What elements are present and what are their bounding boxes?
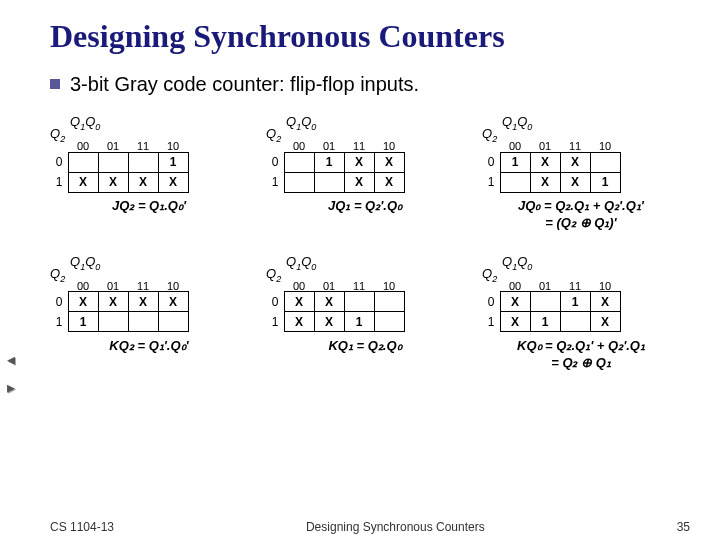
kmap-col-header: 10 (590, 276, 620, 292)
kmap-cell (374, 311, 405, 332)
kmap-grid: Q1Q0Q200011110011XXXXJQ₂ = Q₁.Q₀'Q1Q0Q20… (50, 114, 680, 372)
kmap-block: Q1Q0Q2000111100XXXX11KQ₂ = Q₁'.Q₀' (50, 254, 248, 372)
kmap-col-header: 01 (98, 276, 128, 292)
kmap-cell: X (530, 152, 561, 173)
kmap-cell (68, 152, 99, 173)
kmap-row-header: 1 (266, 312, 284, 332)
kmap-row-header: 0 (266, 292, 284, 312)
kmap-cell: X (374, 172, 405, 193)
kmap-cell: X (344, 152, 375, 173)
kmap-row-header: 1 (266, 172, 284, 192)
kmap-col-header: 01 (314, 276, 344, 292)
kmap-caption: JQ₂ = Q₁.Q₀' (50, 198, 248, 215)
kmap-cell (560, 311, 591, 332)
kmap-cell: X (344, 172, 375, 193)
kmap-cell (284, 172, 315, 193)
kmap-col-header: 10 (158, 276, 188, 292)
kmap-cell: X (590, 311, 621, 332)
kmap-table: 000111100XXXX11 (50, 276, 248, 332)
kmap-cell (344, 291, 375, 312)
kmap-cell: X (314, 311, 345, 332)
kmap-col-header: 01 (98, 136, 128, 152)
kmap-row-var: Q2 (50, 266, 65, 284)
kmap-cell: X (530, 172, 561, 193)
kmap-col-header: 11 (560, 276, 590, 292)
kmap-cell: X (68, 291, 99, 312)
next-arrow-icon[interactable]: ▸ (2, 378, 20, 396)
kmap-table: 0001111001XX1XX1 (482, 136, 680, 192)
kmap-col-var: Q1Q0 (70, 114, 100, 132)
kmap-cell: X (314, 291, 345, 312)
kmap-cell (98, 311, 129, 332)
kmap-cell: 1 (68, 311, 99, 332)
kmap-row-var: Q2 (482, 126, 497, 144)
footer-left: CS 1104-13 (50, 520, 114, 534)
kmap-cell: X (560, 172, 591, 193)
kmap-caption: JQ₁ = Q₂'.Q₀ (266, 198, 464, 215)
kmap-cell (314, 172, 345, 193)
kmap-col-header: 00 (500, 276, 530, 292)
prev-arrow-icon[interactable]: ◂ (2, 350, 20, 368)
kmap-block: Q1Q0Q2000111100XX1XX1KQ₁ = Q₂.Q₀ (266, 254, 464, 372)
kmap-cell: X (128, 172, 159, 193)
slide-title: Designing Synchronous Counters (50, 18, 690, 55)
kmap-cell: X (500, 291, 531, 312)
kmap-cell: X (590, 291, 621, 312)
kmap-col-var: Q1Q0 (502, 114, 532, 132)
kmap-col-header: 00 (68, 136, 98, 152)
kmap-block: Q1Q0Q2000111100X1X1X1XKQ₀ = Q₂.Q₁' + Q₂'… (482, 254, 680, 372)
kmap-cell (128, 152, 159, 173)
footer-page-number: 35 (677, 520, 690, 534)
kmap-cell (500, 172, 531, 193)
kmap-cell (590, 152, 621, 173)
kmap-col-header: 01 (314, 136, 344, 152)
kmap-cell: X (500, 311, 531, 332)
kmap-col-header: 00 (284, 276, 314, 292)
kmap-row-var: Q2 (266, 126, 281, 144)
kmap-row-var: Q2 (50, 126, 65, 144)
kmap-cell: X (98, 172, 129, 193)
kmap-table: 000111100XX1XX1 (266, 276, 464, 332)
kmap-cell (98, 152, 129, 173)
kmap-col-header: 10 (158, 136, 188, 152)
kmap-col-header: 00 (500, 136, 530, 152)
kmap-table: 000111100X1X1X1X (482, 276, 680, 332)
kmap-col-var: Q1Q0 (286, 114, 316, 132)
kmap-col-header: 11 (344, 136, 374, 152)
kmap-caption: KQ₂ = Q₁'.Q₀' (50, 338, 248, 355)
kmap-row-header: 0 (482, 292, 500, 312)
footer-center: Designing Synchronous Counters (114, 520, 677, 534)
kmap-caption: KQ₁ = Q₂.Q₀ (266, 338, 464, 355)
kmap-col-var: Q1Q0 (70, 254, 100, 272)
kmap-col-header: 10 (374, 276, 404, 292)
kmap-col-header: 11 (560, 136, 590, 152)
kmap-row-header: 0 (50, 152, 68, 172)
kmap-cell: 1 (530, 311, 561, 332)
slide-footer: CS 1104-13 Designing Synchronous Counter… (0, 520, 720, 534)
kmap-cell: X (68, 172, 99, 193)
kmap-cell: X (158, 172, 189, 193)
kmap-cell: X (128, 291, 159, 312)
kmap-caption: KQ₀ = Q₂.Q₁' + Q₂'.Q₁= Q₂ ⊕ Q₁ (482, 338, 680, 372)
kmap-cell: 1 (560, 291, 591, 312)
kmap-cell: 1 (500, 152, 531, 173)
kmap-row-var: Q2 (266, 266, 281, 284)
kmap-cell: 1 (314, 152, 345, 173)
bullet-square-icon (50, 79, 60, 89)
kmap-col-header: 00 (284, 136, 314, 152)
kmap-col-header: 01 (530, 136, 560, 152)
kmap-cell (158, 311, 189, 332)
kmap-cell: X (284, 291, 315, 312)
kmap-cell: 1 (590, 172, 621, 193)
kmap-col-var: Q1Q0 (502, 254, 532, 272)
kmap-cell (530, 291, 561, 312)
bullet-text: 3-bit Gray code counter: flip-flop input… (70, 73, 419, 96)
kmap-cell (284, 152, 315, 173)
kmap-col-header: 01 (530, 276, 560, 292)
kmap-col-var: Q1Q0 (286, 254, 316, 272)
bullet-item: 3-bit Gray code counter: flip-flop input… (50, 73, 690, 96)
kmap-col-header: 10 (374, 136, 404, 152)
kmap-row-header: 0 (266, 152, 284, 172)
kmap-row-header: 1 (50, 312, 68, 332)
kmap-table: 0001111001XX1XX (266, 136, 464, 192)
